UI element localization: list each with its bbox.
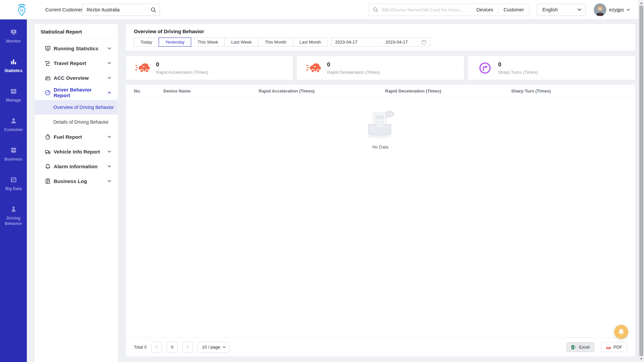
filter-last-week-button[interactable]: Last Week	[224, 38, 258, 47]
stat-card-rapid-deceleration: 0 Rapid Deceleration (Times)	[297, 56, 464, 80]
sidebar-item-business[interactable]: Business	[0, 143, 27, 173]
page-size-select[interactable]: 10 / page	[198, 342, 229, 353]
chevron-down-icon	[627, 9, 630, 11]
menu-item-fuel-report[interactable]: Fuel Report	[35, 129, 118, 144]
date-to-value[interactable]: 2023-04-17	[385, 40, 422, 45]
stat-card-text: 0 Sharp Turns (Times)	[498, 61, 538, 75]
date-from-value[interactable]: 2023-04-17	[335, 40, 371, 45]
table-header-row: No. Device Name Rapid Acceleration (Time…	[126, 85, 635, 98]
menu-item-vehicle-info-report[interactable]: Vehicle Info Report	[35, 144, 118, 159]
customer-filter-button[interactable]: Customer	[498, 4, 529, 15]
notification-bell-button[interactable]	[614, 325, 628, 339]
vertical-scrollbar	[638, 0, 644, 362]
scroll-down-arrow[interactable]	[640, 358, 643, 360]
svg-text:PDF: PDF	[607, 347, 610, 349]
export-pdf-button[interactable]: PDF PDF	[601, 342, 627, 352]
filter-this-week-button[interactable]: This Week	[191, 38, 225, 47]
filter-row: Today Yesterday This Week Last Week This…	[134, 38, 627, 47]
menu-item-alarm-information[interactable]: Alarm Information	[35, 159, 118, 174]
search-icon[interactable]	[147, 4, 160, 15]
chevron-down-icon	[108, 136, 111, 138]
acc-overview-icon: ACC	[45, 75, 51, 81]
filter-yesterday-button[interactable]: Yesterday	[159, 38, 191, 47]
customer-search-input[interactable]	[83, 7, 147, 12]
scrollbar-thumb[interactable]	[639, 6, 643, 356]
current-customer-label: Current Customer	[45, 7, 83, 12]
stat-value: 0	[498, 61, 538, 68]
table-footer: Total 0 0 10 / page	[126, 338, 635, 356]
chevron-down-icon	[108, 180, 111, 182]
customer-icon	[10, 117, 17, 125]
stat-label: Rapid Deceleration (Times)	[327, 70, 380, 75]
menu-subitem-details-of-driving-behavior[interactable]: Details of Driving Behavior	[35, 115, 118, 129]
language-value: English	[542, 7, 558, 12]
page-size-value: 10 / page	[202, 345, 220, 350]
statistics-icon	[10, 58, 17, 66]
column-header-rapid-deceleration: Rapid Deceleration (Times)	[385, 88, 511, 94]
next-page-button[interactable]	[182, 342, 193, 353]
column-header-no: No.	[134, 88, 163, 94]
column-header-device-name: Device Name	[163, 88, 259, 94]
business-log-icon	[45, 178, 51, 184]
date-range-picker[interactable]: 2023-04-17 → 2023-04-17	[331, 38, 430, 47]
date-filter-group: Today Yesterday This Week Last Week This…	[134, 38, 328, 47]
menu-item-travel-report[interactable]: Travel Report	[35, 56, 118, 70]
column-header-rapid-acceleration: Rapid Acceleration (Times)	[259, 88, 385, 94]
scroll-up-arrow[interactable]	[640, 2, 643, 4]
top-header: G Current Customer Devices Customer Engl…	[0, 0, 638, 19]
sidebar-item-manage[interactable]: Manage	[0, 84, 27, 114]
big-data-icon	[10, 176, 17, 184]
sidebar-item-customer[interactable]: Customer	[0, 114, 27, 143]
language-select[interactable]: English	[537, 4, 586, 16]
sidebar-item-monitor[interactable]: Monitor	[0, 25, 27, 55]
current-page-button[interactable]: 0	[167, 342, 177, 353]
export-excel-label: Excel	[579, 345, 590, 350]
stat-card-rapid-acceleration: 0 Rapid Acceleration (Times)	[126, 56, 293, 80]
driver-behavior-icon	[45, 89, 51, 96]
stat-cards: 0 Rapid Acceleration (Times) 0	[126, 56, 635, 80]
empty-state: No Data	[126, 110, 635, 149]
results-table-block: No. Device Name Rapid Acceleration (Time…	[126, 85, 635, 356]
search-icon	[373, 7, 378, 12]
user-menu[interactable]: ezygps	[594, 3, 630, 16]
chevron-down-icon	[108, 47, 111, 50]
sidebar-item-driving-behavior[interactable]: Driving Behavior	[0, 202, 27, 232]
no-data-icon	[363, 110, 398, 140]
menu-item-acc-overview[interactable]: ACC ACC Overview	[35, 70, 118, 85]
bell-icon	[618, 328, 625, 335]
report-sidebar: Statistical Report Running Statistics Tr…	[35, 24, 118, 362]
filter-last-month-button[interactable]: Last Month	[293, 38, 328, 47]
pdf-icon: PDF	[606, 345, 611, 350]
devices-filter-button[interactable]: Devices	[472, 4, 498, 15]
sidebar-item-big-data[interactable]: Big Data	[0, 173, 27, 202]
chevron-down-icon	[578, 8, 581, 11]
filter-this-month-button[interactable]: This Month	[258, 38, 293, 47]
menu-subitem-overview-of-driving-behavior[interactable]: Overview of Driving Behavior	[35, 100, 118, 115]
menu-item-running-statistics[interactable]: Running Statistics	[35, 41, 118, 56]
sidebar-item-statistics[interactable]: Statistics	[0, 55, 27, 84]
chevron-down-icon	[223, 346, 226, 348]
total-count-label: Total 0	[134, 345, 147, 350]
app-logo-icon[interactable]: G	[15, 3, 28, 18]
chevron-down-icon	[108, 77, 111, 79]
sharp-turn-icon	[477, 62, 493, 74]
stat-value: 0	[156, 61, 208, 68]
svg-text:G: G	[20, 8, 23, 13]
export-pdf-label: PDF	[613, 345, 622, 350]
chevron-down-icon	[108, 62, 111, 64]
filter-today-button[interactable]: Today	[134, 38, 159, 47]
menu-item-business-log[interactable]: Business Log	[35, 174, 118, 188]
menu-item-driver-behavior-report[interactable]: Driver Behavior Report	[35, 85, 118, 100]
global-search-input[interactable]	[382, 7, 472, 12]
stat-card-sharp-turns: 0 Sharp Turns (Times)	[468, 56, 635, 80]
stat-label: Sharp Turns (Times)	[498, 70, 538, 75]
stat-value: 0	[327, 61, 380, 68]
page-title: Overview of Driving Behavior	[134, 24, 627, 34]
page-header-block: Overview of Driving Behavior Today Yeste…	[126, 24, 635, 51]
avatar	[594, 3, 606, 16]
export-excel-button[interactable]: X Excel	[567, 342, 594, 352]
fuel-report-icon	[45, 134, 51, 140]
previous-page-button[interactable]	[151, 342, 162, 353]
chevron-down-icon	[108, 150, 111, 153]
column-header-sharp-turn: Sharp Turn (Times)	[511, 88, 635, 94]
